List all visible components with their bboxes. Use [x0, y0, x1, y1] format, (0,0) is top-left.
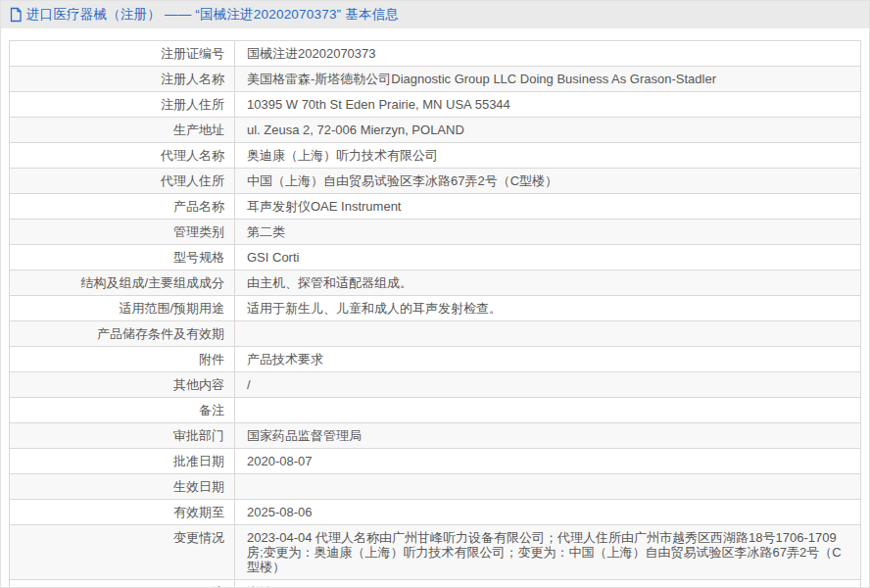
row-label: 变更情况 [10, 525, 235, 579]
row-value: 2023-04-04 代理人名称由广州甘峰听力设备有限公司；代理人住所由广州市越… [235, 525, 860, 579]
page-title: 进口医疗器械（注册） —— “国械注进20202070373” 基本信息 [26, 6, 399, 24]
row-value: GSI Corti [235, 245, 860, 270]
table-row-other-content: 其他内容 / [10, 372, 860, 398]
row-value: 产品技术要求 [235, 347, 860, 371]
row-label: 产品储存条件及有效期 [10, 321, 235, 346]
page-header: 进口医疗器械（注册） —— “国械注进20202070373” 基本信息 [1, 1, 869, 28]
table-row-intended-use: 适用范围/预期用途 适用于新生儿、儿童和成人的耳声发射检查。 [10, 296, 860, 321]
row-label: 代理人名称 [10, 143, 235, 168]
row-label: 有效期至 [10, 500, 235, 524]
table-row-approval-department: 审批部门 国家药品监督管理局 [10, 423, 860, 449]
table-row-registrant-name: 注册人名称 美国格雷森-斯塔德勒公司Diagnostic Group LLC D… [10, 67, 860, 92]
row-label: 注 [10, 580, 235, 588]
row-value: ul. Zeusa 2, 72-006 Mierzyn, POLAND [235, 118, 860, 142]
document-icon [9, 7, 23, 23]
table-row-note: 注 详情 [10, 580, 860, 588]
row-value: 奥迪康（上海）听力技术有限公司 [235, 143, 860, 168]
row-value: 由主机、探管和适配器组成。 [235, 270, 860, 295]
row-label: 注册证编号 [10, 41, 235, 66]
table-row-expiry-date: 有效期至 2025-08-06 [10, 500, 860, 525]
table-row-storage-conditions: 产品储存条件及有效期 [10, 321, 860, 347]
row-value [235, 398, 860, 422]
row-label: 生产地址 [10, 118, 235, 142]
table-row-registrant-address: 注册人住所 10395 W 70th St Eden Prairie, MN U… [10, 92, 860, 118]
row-label: 注册人名称 [10, 67, 235, 91]
row-value: 2020-08-07 [235, 449, 860, 473]
row-label: 结构及组成/主要组成成分 [10, 270, 235, 295]
row-value: 中国（上海）自由贸易试验区李冰路67弄2号（C型楼） [235, 169, 860, 193]
table-row-certificate-number: 注册证编号 国械注进20202070373 [10, 41, 860, 67]
row-label: 附件 [10, 347, 235, 371]
row-value: 第二类 [235, 220, 860, 244]
row-value: 2025-08-06 [235, 500, 860, 524]
table-row-model-spec: 型号规格 GSI Corti [10, 245, 860, 270]
row-value: 10395 W 70th St Eden Prairie, MN USA 553… [235, 92, 860, 117]
row-label: 型号规格 [10, 245, 235, 270]
row-value [235, 321, 860, 346]
row-label: 审批部门 [10, 423, 235, 448]
table-row-production-address: 生产地址 ul. Zeusa 2, 72-006 Mierzyn, POLAND [10, 118, 860, 143]
table-row-approval-date: 批准日期 2020-08-07 [10, 449, 860, 474]
row-label: 注册人住所 [10, 92, 235, 117]
table-row-agent-address: 代理人住所 中国（上海）自由贸易试验区李冰路67弄2号（C型楼） [10, 169, 860, 194]
table-row-change-history: 变更情况 2023-04-04 代理人名称由广州甘峰听力设备有限公司；代理人住所… [10, 525, 860, 580]
row-label: 产品名称 [10, 194, 235, 219]
table-row-product-name: 产品名称 耳声发射仪OAE Instrument [10, 194, 860, 220]
row-value: / [235, 372, 860, 397]
row-value: 适用于新生儿、儿童和成人的耳声发射检查。 [235, 296, 860, 320]
row-label: 管理类别 [10, 220, 235, 244]
table-row-agent-name: 代理人名称 奥迪康（上海）听力技术有限公司 [10, 143, 860, 169]
row-label: 生效日期 [10, 474, 235, 499]
table-row-attachment: 附件 产品技术要求 [10, 347, 860, 372]
row-label: 批准日期 [10, 449, 235, 473]
row-label: 备注 [10, 398, 235, 422]
table-row-effective-date: 生效日期 [10, 474, 860, 500]
registration-info-table: 注册证编号 国械注进20202070373 注册人名称 美国格雷森-斯塔德勒公司… [9, 40, 861, 588]
row-value: 美国格雷森-斯塔德勒公司Diagnostic Group LLC Doing B… [235, 67, 860, 91]
row-value: 详情 [235, 580, 860, 588]
row-value: 国家药品监督管理局 [235, 423, 860, 448]
row-value: 耳声发射仪OAE Instrument [235, 194, 860, 219]
row-value [235, 474, 860, 499]
row-label: 代理人住所 [10, 169, 235, 193]
page-container: 进口医疗器械（注册） —— “国械注进20202070373” 基本信息 注册证… [0, 0, 870, 588]
table-row-remarks: 备注 [10, 398, 860, 423]
row-value: 国械注进20202070373 [235, 41, 860, 66]
row-label: 适用范围/预期用途 [10, 296, 235, 320]
table-row-management-class: 管理类别 第二类 [10, 220, 860, 245]
table-row-composition: 结构及组成/主要组成成分 由主机、探管和适配器组成。 [10, 270, 860, 296]
row-label: 其他内容 [10, 372, 235, 397]
